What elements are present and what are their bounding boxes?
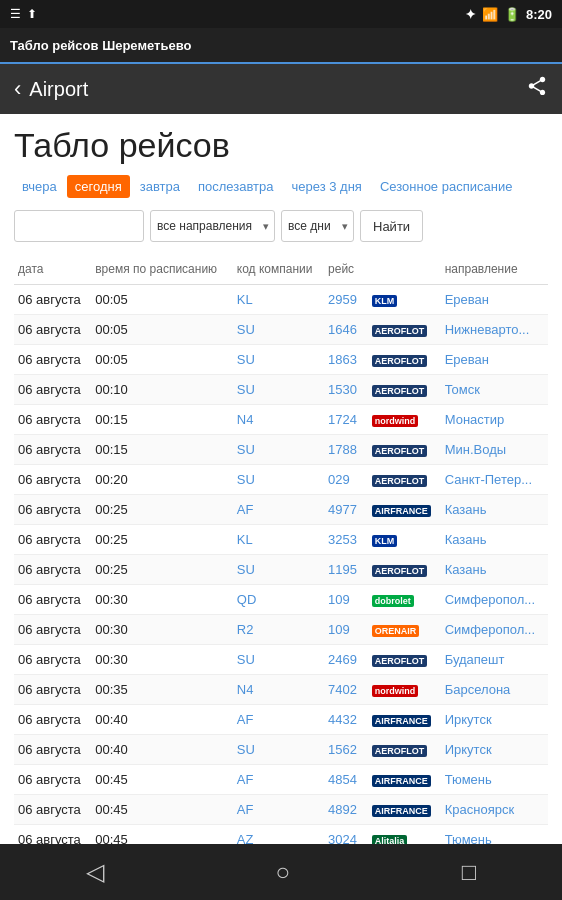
- flight-destination: Монастир: [441, 405, 548, 435]
- flight-number-link[interactable]: 109: [328, 592, 350, 607]
- airline-code-link[interactable]: SU: [237, 472, 255, 487]
- flight-date: 06 августа: [14, 705, 91, 735]
- airline-code-link[interactable]: QD: [237, 592, 257, 607]
- destination-link[interactable]: Ереван: [445, 292, 489, 307]
- nav-recent-icon[interactable]: □: [462, 858, 477, 886]
- destination-link[interactable]: Мин.Воды: [445, 442, 506, 457]
- tab-yesterday[interactable]: вчера: [14, 175, 65, 198]
- airline-code-link[interactable]: AF: [237, 772, 254, 787]
- flight-time: 00:30: [91, 585, 233, 615]
- flight-number-link[interactable]: 1562: [328, 742, 357, 757]
- airline-code-link[interactable]: SU: [237, 652, 255, 667]
- flight-time: 00:45: [91, 765, 233, 795]
- nav-back-icon[interactable]: ◁: [86, 858, 104, 886]
- destination-link[interactable]: Казань: [445, 562, 487, 577]
- table-row: 06 августа 00:25 SU 1195 AEROFLOT Казань: [14, 555, 548, 585]
- search-input[interactable]: [14, 210, 144, 242]
- tab-tomorrow[interactable]: завтра: [132, 175, 188, 198]
- destination-link[interactable]: Симферопол...: [445, 622, 535, 637]
- destination-link[interactable]: Тюмень: [445, 772, 492, 787]
- flight-time: 00:45: [91, 795, 233, 825]
- flight-logo-cell: AEROFLOT: [368, 375, 441, 405]
- flight-number-link[interactable]: 1724: [328, 412, 357, 427]
- destination-link[interactable]: Иркутск: [445, 712, 492, 727]
- flight-destination: Красноярск: [441, 795, 548, 825]
- tab-seasonal[interactable]: Сезонное расписание: [372, 175, 520, 198]
- tab-today[interactable]: сегодня: [67, 175, 130, 198]
- flight-destination: Казань: [441, 555, 548, 585]
- flight-number-link[interactable]: 109: [328, 622, 350, 637]
- flight-number: 3253: [324, 525, 368, 555]
- destination-link[interactable]: Санкт-Петер...: [445, 472, 532, 487]
- table-row: 06 августа 00:45 AF 4854 AIRFRANCE Тюмен…: [14, 765, 548, 795]
- destination-link[interactable]: Казань: [445, 502, 487, 517]
- flight-number-link[interactable]: 7402: [328, 682, 357, 697]
- airline-code-link[interactable]: SU: [237, 442, 255, 457]
- page-title: Табло рейсов: [14, 126, 548, 165]
- find-button[interactable]: Найти: [360, 210, 423, 242]
- airline-code-link[interactable]: R2: [237, 622, 254, 637]
- flight-number-link[interactable]: 3253: [328, 532, 357, 547]
- direction-dropdown[interactable]: все направления: [150, 210, 275, 242]
- airline-code-link[interactable]: N4: [237, 412, 254, 427]
- airline-code-link[interactable]: KL: [237, 532, 253, 547]
- flight-number: 1724: [324, 405, 368, 435]
- header-flight: рейс: [324, 258, 368, 285]
- tab-day-after[interactable]: послезавтра: [190, 175, 282, 198]
- destination-link[interactable]: Барселона: [445, 682, 511, 697]
- flight-logo-cell: AIRFRANCE: [368, 495, 441, 525]
- flight-time: 00:10: [91, 375, 233, 405]
- flight-number: 109: [324, 615, 368, 645]
- airline-code-link[interactable]: SU: [237, 562, 255, 577]
- airline-code-link[interactable]: AF: [237, 712, 254, 727]
- airline-logo: AEROFLOT: [372, 385, 428, 397]
- back-icon[interactable]: ‹: [14, 76, 21, 102]
- airline-code-link[interactable]: N4: [237, 682, 254, 697]
- flight-logo-cell: AEROFLOT: [368, 345, 441, 375]
- flight-number-link[interactable]: 1530: [328, 382, 357, 397]
- destination-link[interactable]: Монастир: [445, 412, 505, 427]
- flight-number: 7402: [324, 675, 368, 705]
- destination-link[interactable]: Будапешт: [445, 652, 505, 667]
- flight-number-link[interactable]: 029: [328, 472, 350, 487]
- destination-link[interactable]: Нижневарто...: [445, 322, 530, 337]
- nav-home-icon[interactable]: ○: [275, 858, 290, 886]
- app-bar-title: Airport: [29, 78, 88, 101]
- share-icon[interactable]: [526, 75, 548, 103]
- flight-number-link[interactable]: 2469: [328, 652, 357, 667]
- destination-link[interactable]: Казань: [445, 532, 487, 547]
- flight-number-link[interactable]: 1195: [328, 562, 357, 577]
- flight-number: 4977: [324, 495, 368, 525]
- flight-code: SU: [233, 465, 324, 495]
- day-dropdown[interactable]: все дни: [281, 210, 354, 242]
- airline-code-link[interactable]: SU: [237, 382, 255, 397]
- table-row: 06 августа 00:15 N4 1724 nordwind Монаст…: [14, 405, 548, 435]
- flight-number-link[interactable]: 4854: [328, 772, 357, 787]
- flight-number-link[interactable]: 2959: [328, 292, 357, 307]
- flight-destination: Будапешт: [441, 645, 548, 675]
- airline-code-link[interactable]: SU: [237, 352, 255, 367]
- destination-link[interactable]: Томск: [445, 382, 480, 397]
- flight-code: AF: [233, 705, 324, 735]
- airline-code-link[interactable]: AF: [237, 502, 254, 517]
- destination-link[interactable]: Ереван: [445, 352, 489, 367]
- search-row: все направления все дни Найти: [14, 210, 548, 242]
- flight-number-link[interactable]: 1863: [328, 352, 357, 367]
- destination-link[interactable]: Иркутск: [445, 742, 492, 757]
- flight-number-link[interactable]: 4892: [328, 802, 357, 817]
- destination-link[interactable]: Симферопол...: [445, 592, 535, 607]
- flight-time: 00:25: [91, 495, 233, 525]
- flight-number-link[interactable]: 4977: [328, 502, 357, 517]
- airline-code-link[interactable]: SU: [237, 742, 255, 757]
- tab-3days[interactable]: через 3 дня: [284, 175, 370, 198]
- flight-number-link[interactable]: 4432: [328, 712, 357, 727]
- flight-number: 109: [324, 585, 368, 615]
- flight-number-link[interactable]: 1788: [328, 442, 357, 457]
- destination-link[interactable]: Красноярск: [445, 802, 514, 817]
- airline-logo: AIRFRANCE: [372, 505, 431, 517]
- flight-logo-cell: AEROFLOT: [368, 645, 441, 675]
- airline-code-link[interactable]: KL: [237, 292, 253, 307]
- flight-number-link[interactable]: 1646: [328, 322, 357, 337]
- airline-code-link[interactable]: AF: [237, 802, 254, 817]
- airline-code-link[interactable]: SU: [237, 322, 255, 337]
